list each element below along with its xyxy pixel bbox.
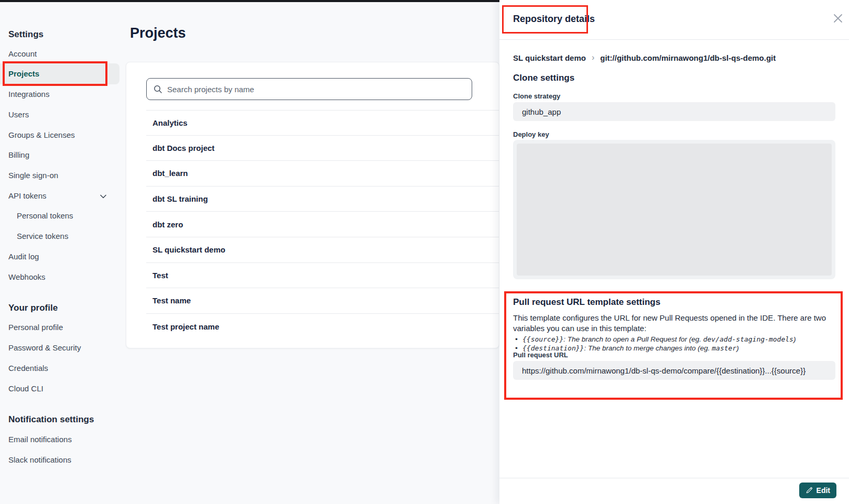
pr-template-description: This template configures the URL for new… bbox=[513, 313, 837, 334]
sidebar-item-cloud-cli[interactable]: Cloud CLI bbox=[8, 383, 43, 395]
project-row[interactable]: dbt Docs project bbox=[146, 136, 499, 161]
project-row[interactable]: dbt zero bbox=[146, 212, 499, 237]
sidebar-item-groups-licenses[interactable]: Groups & Licenses bbox=[8, 129, 75, 141]
project-row[interactable]: dbt SL training bbox=[146, 187, 499, 212]
clone-settings-heading: Clone settings bbox=[513, 73, 574, 83]
settings-sidebar: Settings Account Projects Integrations U… bbox=[0, 0, 122, 504]
breadcrumb-project[interactable]: SL quickstart demo bbox=[513, 53, 586, 62]
search-box[interactable] bbox=[146, 78, 472, 100]
pr-url-label: Pull request URL bbox=[513, 351, 568, 359]
project-list: Analytics dbt Docs project dbt_learn dbt… bbox=[146, 110, 499, 339]
sidebar-item-slack-notifications[interactable]: Slack notifications bbox=[8, 454, 71, 466]
clone-strategy-label: Clone strategy bbox=[513, 92, 560, 100]
search-icon bbox=[154, 85, 162, 94]
sidebar-item-api-tokens[interactable]: API tokens bbox=[8, 190, 47, 202]
breadcrumb-chevron-icon: › bbox=[592, 53, 594, 62]
panel-title: Repository details bbox=[513, 14, 595, 25]
sidebar-item-users[interactable]: Users bbox=[8, 109, 29, 120]
deploy-key-label: Deploy key bbox=[513, 130, 549, 138]
sidebar-item-email-notifications[interactable]: Email notifications bbox=[8, 434, 72, 445]
panel-header-divider bbox=[499, 39, 849, 40]
search-input[interactable] bbox=[167, 85, 440, 94]
pr-template-heading: Pull request URL template settings bbox=[513, 297, 660, 308]
sidebar-item-personal-tokens[interactable]: Personal tokens bbox=[17, 210, 73, 222]
sidebar-item-service-tokens[interactable]: Service tokens bbox=[17, 231, 68, 242]
repository-details-panel: Repository details SL quickstart demo › … bbox=[499, 0, 849, 504]
project-row[interactable]: dbt_learn bbox=[146, 161, 499, 187]
sidebar-item-password-security[interactable]: Password & Security bbox=[8, 342, 81, 354]
project-row[interactable]: Test name bbox=[146, 288, 499, 314]
sidebar-item-billing[interactable]: Billing bbox=[8, 149, 29, 161]
project-row[interactable]: Test project name bbox=[146, 314, 499, 339]
project-row[interactable]: Analytics bbox=[146, 110, 499, 136]
page-title: Projects bbox=[130, 25, 186, 41]
clone-strategy-value: github_app bbox=[513, 102, 835, 121]
sidebar-item-projects[interactable]: Projects bbox=[8, 68, 39, 80]
chevron-down-icon[interactable] bbox=[99, 192, 107, 201]
sidebar-item-single-sign-on[interactable]: Single sign-on bbox=[8, 170, 58, 181]
sidebar-item-webhooks[interactable]: Webhooks bbox=[8, 271, 46, 283]
breadcrumb-repo-url: git://github.com/mirnawong1/db-sl-qs-dem… bbox=[600, 53, 776, 62]
edit-button[interactable]: Edit bbox=[799, 483, 836, 498]
pr-variable-source: •{{source}}: The branch to open a Pull R… bbox=[515, 335, 796, 343]
pr-url-value: https://github.com/mirnawong1/db-sl-qs-d… bbox=[513, 361, 835, 380]
sidebar-heading-settings: Settings bbox=[8, 29, 43, 40]
sidebar-item-audit-log[interactable]: Audit log bbox=[8, 251, 39, 262]
project-row[interactable]: Test bbox=[146, 263, 499, 289]
sidebar-item-account[interactable]: Account bbox=[8, 48, 37, 60]
main-background: Settings Account Projects Integrations U… bbox=[0, 0, 499, 504]
deploy-key-field bbox=[513, 140, 835, 279]
sidebar-item-integrations[interactable]: Integrations bbox=[8, 89, 49, 100]
sidebar-item-personal-profile[interactable]: Personal profile bbox=[8, 322, 63, 333]
deploy-key-redacted-value bbox=[517, 144, 832, 276]
sidebar-heading-your-profile: Your profile bbox=[8, 302, 58, 314]
pencil-icon bbox=[806, 487, 813, 494]
close-icon[interactable] bbox=[832, 13, 844, 24]
panel-footer: Edit bbox=[499, 478, 849, 504]
project-row[interactable]: SL quickstart demo bbox=[146, 237, 499, 263]
projects-card: Analytics dbt Docs project dbt_learn dbt… bbox=[126, 62, 499, 348]
app-screen: Settings Account Projects Integrations U… bbox=[0, 0, 849, 504]
breadcrumb: SL quickstart demo › git://github.com/mi… bbox=[513, 53, 776, 62]
bullet-icon: • bbox=[515, 335, 523, 343]
sidebar-heading-notification-settings: Notification settings bbox=[8, 414, 94, 425]
sidebar-item-credentials[interactable]: Credentials bbox=[8, 363, 48, 374]
